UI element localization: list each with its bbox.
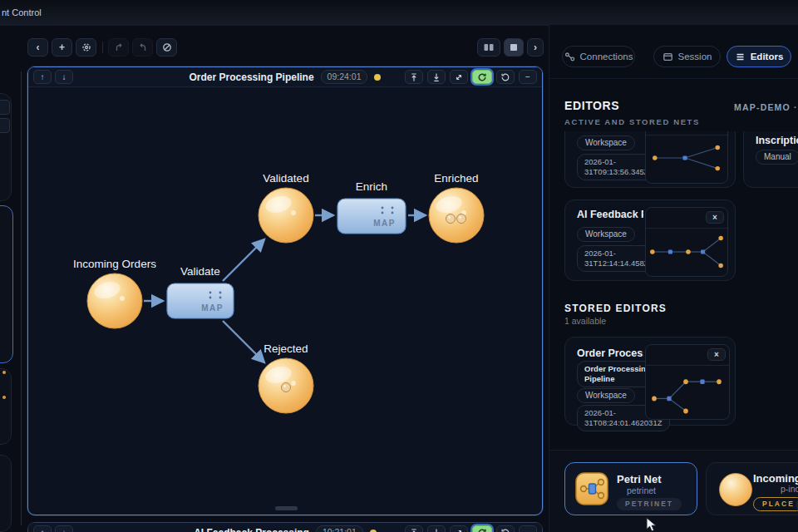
redo-button[interactable]: [132, 38, 153, 57]
diagonal-resize-icon: [454, 72, 464, 82]
inscription-card[interactable]: Inscription: API Manual: [743, 131, 798, 188]
transition-validate[interactable]: MAPValidate: [167, 265, 234, 318]
minimize-button[interactable]: −: [519, 525, 537, 532]
palette-place-card[interactable]: Incoming Orders p-incoming PLACE: [706, 462, 798, 515]
redo-icon: [138, 42, 148, 52]
palette-item-title: Petri Net: [617, 473, 661, 485]
active-cards-row: Workspace 2026-01- 31T09:13:56.345Z × In…: [564, 131, 798, 188]
active-editor-card[interactable]: AI Feedback Pr… Workspace 2026-01- 31T12…: [564, 200, 736, 281]
tab-session[interactable]: Session: [653, 46, 721, 67]
place-label: Validated: [263, 172, 308, 185]
transition-enrich[interactable]: MAPEnrich: [337, 180, 406, 234]
close-editor-button[interactable]: ×: [707, 348, 726, 361]
place-label: Enriched: [434, 172, 478, 185]
status-dot: [374, 74, 381, 81]
export-up-button[interactable]: [405, 525, 423, 532]
forward-button[interactable]: ›: [527, 38, 544, 57]
secondary-editor-clock: 10:21:01: [316, 525, 363, 532]
stored-editors-heading: STORED EDITORS: [564, 303, 667, 314]
place-rejected[interactable]: Rejected: [259, 342, 313, 413]
single-layout-icon: [509, 42, 519, 52]
tab-label: Connections: [580, 52, 633, 62]
tab-connections[interactable]: Connections: [562, 46, 635, 67]
place-incoming-orders[interactable]: Incoming Orders: [73, 258, 156, 328]
reset-button[interactable]: [496, 525, 515, 532]
minimap-header: ×: [646, 345, 729, 366]
resize-button[interactable]: [450, 70, 468, 84]
token: [457, 214, 466, 224]
arc-4[interactable]: [223, 321, 264, 362]
sync-icon: [477, 528, 487, 532]
editor-header-actions: −: [405, 70, 537, 84]
petri-net-canvas[interactable]: MAPValidateMAPEnrichIncoming OrdersValid…: [30, 86, 540, 513]
gear-icon: [81, 42, 91, 52]
left-card-button[interactable]: [0, 100, 10, 115]
palette-shelf: Petri Net petrinet PETRINET Incoming Ord…: [549, 450, 798, 532]
resize-button[interactable]: [450, 525, 468, 532]
export-up-button[interactable]: [405, 70, 423, 84]
transition-label: Enrich: [356, 180, 387, 193]
palette-petrinet-card[interactable]: Petri Net petrinet PETRINET: [564, 462, 697, 515]
editor-panel-secondary: ↑ ↓ AI Feedback Processing 10:21:01 −: [27, 522, 543, 532]
stored-count: 1 available: [564, 316, 606, 326]
run-sync-button[interactable]: [472, 525, 492, 532]
clear-button[interactable]: [156, 38, 177, 57]
run-sync-button[interactable]: [472, 70, 492, 84]
place-enriched[interactable]: Enriched: [429, 172, 484, 243]
plus-icon: +: [59, 42, 65, 52]
canvas-scroll-pill[interactable]: [275, 506, 298, 510]
left-card-button[interactable]: [0, 118, 10, 133]
chevron-left-icon: ‹: [37, 42, 40, 52]
reset-button[interactable]: [496, 70, 515, 84]
left-card-selected[interactable]: [0, 205, 13, 363]
minimize-button[interactable]: −: [519, 70, 537, 84]
rotate-ccw-icon: [500, 528, 510, 532]
move-up-button[interactable]: ↑: [33, 525, 52, 532]
add-editor-button[interactable]: +: [52, 38, 72, 57]
download-icon: [431, 528, 441, 532]
settings-button[interactable]: [76, 38, 96, 57]
editor-clock: 09:24:01: [321, 70, 368, 84]
right-panel: Connections Session Editors EDITORS MAP-…: [549, 25, 798, 532]
card-title: Order Processi…: [577, 347, 643, 359]
rotate-ccw-icon: [500, 72, 510, 82]
minimap-box: ×: [645, 344, 730, 420]
left-card-partial[interactable]: [0, 455, 12, 532]
active-editor-card[interactable]: Workspace 2026-01- 31T09:13:56.345Z ×: [564, 131, 736, 188]
manual-pill: Manual: [756, 150, 798, 165]
workspace-pill: Workspace: [577, 388, 635, 403]
close-editor-button[interactable]: ×: [706, 211, 724, 224]
back-button[interactable]: ‹: [27, 38, 48, 57]
move-down-button[interactable]: ↓: [55, 525, 73, 532]
import-down-button[interactable]: [427, 70, 446, 84]
palette-item-subtitle: p-incoming: [781, 484, 798, 494]
map-badge: MAP: [373, 219, 396, 228]
place-label: Rejected: [264, 342, 308, 355]
place-badge: PLACE: [753, 497, 798, 511]
net-minimap: [646, 366, 729, 419]
arc-1[interactable]: [223, 239, 264, 281]
undo-button[interactable]: [108, 38, 129, 57]
left-card-partial[interactable]: [0, 368, 12, 445]
place-validated[interactable]: Validated: [259, 172, 313, 243]
mini-place-dot: [2, 396, 6, 399]
place-label: Incoming Orders: [73, 258, 156, 270]
session-window-icon: [663, 52, 673, 62]
move-up-button[interactable]: ↑: [33, 70, 52, 84]
layout-columns-button[interactable]: [477, 38, 500, 57]
layout-single-button[interactable]: [504, 38, 524, 57]
ban-icon: [162, 42, 172, 52]
tab-editors[interactable]: Editors: [727, 46, 791, 67]
active-cards-inner: Workspace 2026-01- 31T09:13:56.345Z × In…: [564, 131, 798, 188]
workspace-pill: Workspace: [577, 135, 635, 150]
minimap-box: ×: [645, 131, 728, 184]
move-down-button[interactable]: ↓: [55, 70, 73, 84]
secondary-header-actions: −: [405, 525, 537, 532]
stored-editor-card[interactable]: Order Processi… Order Processing Pipelin…: [564, 337, 736, 426]
import-down-button[interactable]: [427, 525, 446, 532]
panel-edge-line: [21, 71, 22, 525]
mini-place-dot: [2, 371, 6, 374]
columns-layout-icon: [483, 42, 495, 52]
connections-icon: [564, 52, 575, 62]
palette-item-subtitle: petrinet: [627, 485, 656, 495]
